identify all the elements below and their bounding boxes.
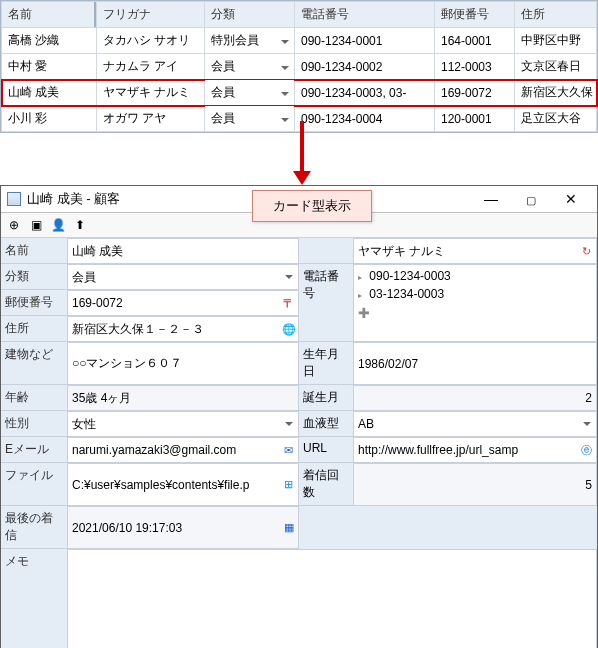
col-name[interactable]: 名前 (2, 2, 97, 28)
field-url[interactable]: ⓔ (353, 437, 597, 463)
chevron-down-icon[interactable] (283, 269, 296, 285)
label-bldg: 建物など (1, 342, 67, 385)
field-furigana[interactable]: ↻ (353, 238, 597, 264)
field-sex[interactable] (67, 411, 299, 437)
table-row[interactable]: 中村 愛ナカムラ アイ会員090-1234-0002112-0003文京区春日 (2, 54, 597, 80)
label-sex: 性別 (1, 411, 67, 437)
minimize-button[interactable] (471, 191, 511, 207)
chevron-down-icon[interactable] (581, 416, 594, 432)
export-icon[interactable]: ⬆ (71, 216, 89, 234)
app-icon (7, 192, 21, 206)
col-phone[interactable]: 電話番号 (295, 2, 435, 28)
user-icon[interactable]: 👤 (49, 216, 67, 234)
maximize-button[interactable] (511, 191, 551, 207)
label-url: URL (299, 437, 353, 463)
field-name[interactable] (67, 238, 299, 264)
label-furigana (299, 238, 353, 264)
col-type[interactable]: 分類 (205, 2, 295, 28)
field-birth[interactable] (353, 342, 597, 385)
col-zip[interactable]: 郵便番号 (435, 2, 515, 28)
field-zip[interactable]: 〒 (67, 290, 299, 316)
field-memo[interactable] (67, 549, 597, 648)
windows-icon[interactable]: ⊞ (281, 477, 296, 493)
card-window: 山崎 成美 - 顧客 ⊕ ▣ 👤 ⬆ 名前 ↻ 分類 (0, 185, 598, 648)
new-icon[interactable]: ⊕ (5, 216, 23, 234)
col-addr[interactable]: 住所 (515, 2, 597, 28)
table-row[interactable]: 高橋 沙織タカハシ サオリ特別会員090-1234-0001164-0001中野… (2, 28, 597, 54)
field-blood[interactable] (353, 411, 597, 437)
table-row[interactable]: 山崎 成美ヤマザキ ナルミ会員090-1234-0003, 03-169-007… (2, 80, 597, 106)
form: 名前 ↻ 分類 郵便番号 〒 住所 🌐 (1, 238, 597, 648)
label-phone: 電話番号 (299, 264, 353, 342)
field-type[interactable] (67, 264, 299, 290)
calendar-icon[interactable]: ▦ (281, 520, 296, 536)
grid-header-row: 名前 フリガナ 分類 電話番号 郵便番号 住所 (2, 2, 597, 28)
label-type: 分類 (1, 264, 67, 290)
field-last: 2021/06/10 19:17:03▦ (67, 506, 299, 549)
mail-icon[interactable]: ✉ (281, 442, 296, 458)
field-file[interactable]: ⊞ (67, 463, 299, 506)
add-phone-button[interactable]: ✚ (358, 303, 592, 323)
window-title: 山崎 成美 - 顧客 (27, 190, 471, 208)
label-bmonth: 誕生月 (299, 385, 353, 411)
label-name: 名前 (1, 238, 67, 264)
field-age: 35歳 4ヶ月 (67, 385, 299, 411)
field-email[interactable]: ✉ (67, 437, 299, 463)
arrow-annotation (0, 133, 598, 193)
label-zip: 郵便番号 (1, 290, 67, 316)
chevron-down-icon[interactable] (283, 416, 296, 432)
label-birth: 生年月日 (299, 342, 353, 385)
postal-icon[interactable]: 〒 (281, 295, 296, 311)
globe-icon[interactable]: 🌐 (281, 321, 296, 337)
label-file: ファイル (1, 463, 67, 506)
field-bldg[interactable] (67, 342, 299, 385)
save-icon[interactable]: ▣ (27, 216, 45, 234)
sync-icon[interactable]: ↻ (579, 243, 594, 259)
label-email: Eメール (1, 437, 67, 463)
table-row[interactable]: 小川 彩オガワ アヤ会員090-1234-0004120-0001足立区大谷 (2, 106, 597, 132)
label-memo: メモ (1, 549, 67, 648)
label-age: 年齢 (1, 385, 67, 411)
col-kana[interactable]: フリガナ (97, 2, 205, 28)
ie-icon[interactable]: ⓔ (579, 442, 594, 458)
label-blood: 血液型 (299, 411, 353, 437)
close-window-button[interactable] (551, 191, 591, 207)
data-grid: 名前 フリガナ 分類 電話番号 郵便番号 住所 高橋 沙織タカハシ サオリ特別会… (0, 0, 598, 133)
phone-list[interactable]: ▸ 090-1234-0003 ▸ 03-1234-0003 ✚ (353, 264, 597, 342)
field-bmonth: 2 (353, 385, 597, 411)
label-addr: 住所 (1, 316, 67, 342)
field-addr[interactable]: 🌐 (67, 316, 299, 342)
label-last: 最後の着信 (1, 506, 67, 549)
label-calls: 着信回数 (299, 463, 353, 506)
field-calls: 5 (353, 463, 597, 506)
callout-label: カード型表示 (252, 190, 372, 222)
